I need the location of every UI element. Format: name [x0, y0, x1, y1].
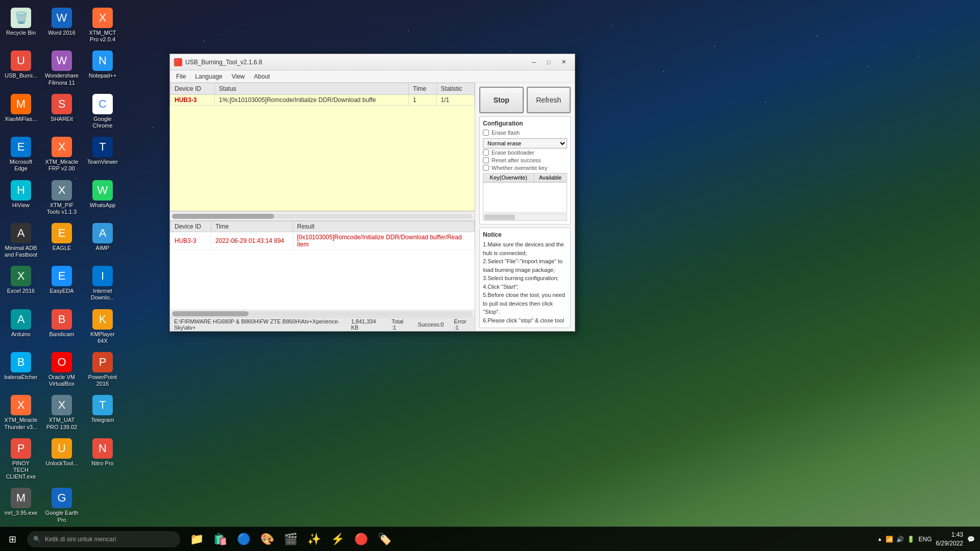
desktop-icon-wondershare[interactable]: W Wondershare Filmora 11	[43, 48, 80, 88]
desktop-icon-xiaomi[interactable]: M XiaoMiFlas...	[3, 91, 39, 132]
desktop-icon-arduino[interactable]: A Arduino	[3, 307, 39, 347]
icon-label-notepadpp: Notepad++	[89, 72, 116, 79]
battery-icon: 🔋	[907, 536, 915, 543]
desktop-icon-ms-edge[interactable]: E Microsoft Edge	[3, 134, 39, 174]
taskbar-app-tool2[interactable]: 🏷️	[373, 528, 396, 550]
desktop-icon-oracle-vm[interactable]: O Oracle VM VirtualBox	[43, 349, 80, 390]
icon-label-word-2016: Word 2016	[48, 30, 76, 36]
checkbox-overwrite-key[interactable]	[483, 165, 489, 171]
chevron-up-icon[interactable]: ▲	[877, 536, 883, 542]
notice-title: Notice	[483, 231, 567, 238]
icon-img-unlock: U	[52, 438, 72, 459]
desktop-icon-minimal-adb[interactable]: A Minimal ADB and Fastboot	[3, 220, 39, 261]
notice-item: 6.Please click "stop" & close tool	[483, 316, 567, 325]
volume-icon[interactable]: 🔊	[896, 536, 904, 543]
icon-img-internet-download: I	[92, 266, 113, 286]
lang-indicator[interactable]: ENG	[919, 536, 932, 543]
wifi-icon: 📶	[886, 536, 893, 543]
notice-text: 1.Make sure the devices and the hub is c…	[483, 240, 567, 324]
refresh-button[interactable]: Refresh	[527, 87, 571, 113]
taskbar-app-tool1[interactable]: ⚡	[326, 528, 349, 550]
maximize-button[interactable]: □	[542, 57, 556, 67]
menu-about[interactable]: About	[250, 72, 274, 81]
desktop-icon-recycle-bin[interactable]: 🗑️ Recycle Bin	[3, 5, 39, 45]
desktop-icon-hiview[interactable]: H HiView	[3, 178, 39, 218]
taskbar: ⊞ 🔍 Ketik di sini untuk mencari 📁 🛍️ 🔵 🎨…	[0, 527, 980, 551]
icon-img-google-chrome: C	[92, 94, 113, 114]
notification-icon[interactable]: 💬	[967, 536, 975, 543]
config-title: Configuration	[483, 120, 567, 127]
desktop-icon-easyeda[interactable]: E EasyEDA	[43, 263, 80, 304]
notice-item: 5.Before close the tool, you need to pul…	[483, 291, 567, 316]
menu-language[interactable]: Language	[191, 72, 226, 81]
desktop-icon-pinoy[interactable]: P PINOY TECH CLIENT.exe	[3, 436, 39, 483]
notice-item: 1.Make sure the devices and the hub is c…	[483, 240, 567, 257]
taskbar-app-store[interactable]: 🛍️	[209, 528, 231, 550]
desktop-icon-usb-burning[interactable]: U USB_Burni...	[3, 48, 39, 88]
checkbox-reset-after[interactable]	[483, 157, 489, 163]
desktop-icon-word-2016[interactable]: W Word 2016	[43, 5, 80, 45]
label-erase-bootloader: Erase bootloader	[492, 149, 534, 156]
desktop-icon-excel-2016[interactable]: X Excel 2016	[3, 263, 39, 304]
upper-table-hscroll[interactable]	[170, 211, 475, 220]
label-overwrite-key: Whether overwrite key	[492, 165, 547, 171]
desktop-icon-notepadpp[interactable]: N Notepad++	[84, 48, 121, 88]
stop-button[interactable]: Stop	[479, 87, 524, 113]
desktop-icon-unlock[interactable]: U UnlockTool...	[43, 436, 80, 483]
desktop-icon-google-earth[interactable]: G Google Earth Pro	[43, 485, 80, 525]
desktop-icon-xtm-pif[interactable]: X XTM_PIF Tools v1.1.3	[43, 178, 80, 218]
start-button[interactable]: ⊞	[0, 527, 24, 552]
log-table-row: HUB3-3 2022-06-29 01:43:14 894 [0x101030…	[170, 232, 475, 250]
desktop-icon-powerpoint[interactable]: P PowerPoint 2016	[84, 349, 121, 390]
config-erase-bootloader: Erase bootloader	[483, 149, 567, 156]
taskbar-app-ps[interactable]: 🎨	[256, 528, 278, 550]
taskbar-app-record[interactable]: 🔴	[350, 528, 372, 550]
icon-label-easyeda: EasyEDA	[50, 288, 74, 294]
desktop-icon-xtm-uat[interactable]: X XTM_UAT PRO 139.02	[43, 392, 80, 433]
desktop-icon-mrt[interactable]: M mrt_3.95.exe	[3, 485, 39, 525]
icon-img-mrt: M	[11, 488, 31, 508]
taskbar-app-ae[interactable]: ✨	[303, 528, 325, 550]
desktop-icon-xtm-mct[interactable]: X XTM_MCT Pro v2.0.4	[84, 5, 121, 45]
key-hscroll[interactable]	[483, 214, 567, 221]
desktop-icon-aimp[interactable]: A AIMP	[84, 220, 121, 261]
desktop-icon-shareit[interactable]: S SHAREit	[43, 91, 80, 132]
status-error: Error :1	[454, 318, 471, 331]
taskbar-clock[interactable]: 1:43 6/29/2022	[936, 531, 963, 548]
window-titlebar: 🔴 USB_Burning_Tool_v2.1.6.8 ─ □ ✕	[170, 54, 575, 70]
menu-file[interactable]: File	[172, 72, 190, 81]
icon-img-easyeda: E	[52, 266, 72, 286]
desktop-icon-google-chrome[interactable]: C Google Chrome	[84, 91, 121, 132]
desktop-icon-xtm-thunder[interactable]: X XTM_Miracle Thunder v3...	[3, 392, 39, 433]
log-hscroll[interactable]	[170, 310, 475, 317]
desktop-icon-eagle[interactable]: E EAGLE	[43, 220, 80, 261]
desktop-icon-teamviewer[interactable]: T TeamViewer	[84, 134, 121, 174]
menu-view[interactable]: View	[228, 72, 249, 81]
desktop-icon-telegram[interactable]: T Telegram	[84, 392, 121, 433]
icon-label-xtm-uat: XTM_UAT PRO 139.02	[45, 417, 79, 430]
desktop-icon-bandicam[interactable]: B Bandicam	[43, 307, 80, 347]
taskbar-search[interactable]: 🔍 Ketik di sini untuk mencari	[27, 531, 180, 547]
taskbar-app-pr[interactable]: 🎬	[279, 528, 302, 550]
desktop-icon-xtm-miracle[interactable]: X XTM_Miracle FRP v2.00	[43, 134, 80, 174]
icon-label-internet-download: Internet Downlo...	[86, 288, 119, 301]
icon-img-ms-edge: E	[11, 137, 31, 157]
icon-label-powerpoint: PowerPoint 2016	[86, 374, 119, 387]
checkbox-erase-bootloader[interactable]	[483, 149, 489, 156]
desktop-icon-nitro[interactable]: N Nitro Pro	[84, 436, 121, 483]
icon-img-eagle: E	[52, 223, 72, 243]
dropdown-erase-type[interactable]: Normal erase	[483, 138, 567, 148]
desktop-icon-whatsapp[interactable]: W WhatsApp	[84, 178, 121, 218]
desktop-icon-internet-download[interactable]: I Internet Downlo...	[84, 263, 121, 304]
desktop-icon-balena[interactable]: B balenaEtcher	[3, 349, 39, 390]
icon-label-excel-2016: Excel 2016	[7, 288, 35, 294]
minimize-button[interactable]: ─	[527, 57, 541, 67]
close-button[interactable]: ✕	[556, 57, 571, 67]
icon-img-xtm-thunder: X	[11, 395, 31, 415]
icon-label-bandicam: Bandicam	[50, 331, 75, 338]
checkbox-erase-flash[interactable]	[483, 130, 489, 136]
desktop-icon-kmplayer[interactable]: K KMPlayer 64X	[84, 307, 121, 347]
taskbar-app-chrome[interactable]: 🔵	[232, 528, 255, 550]
clock-time: 1:43	[936, 531, 963, 539]
taskbar-app-explorer[interactable]: 📁	[185, 528, 208, 550]
